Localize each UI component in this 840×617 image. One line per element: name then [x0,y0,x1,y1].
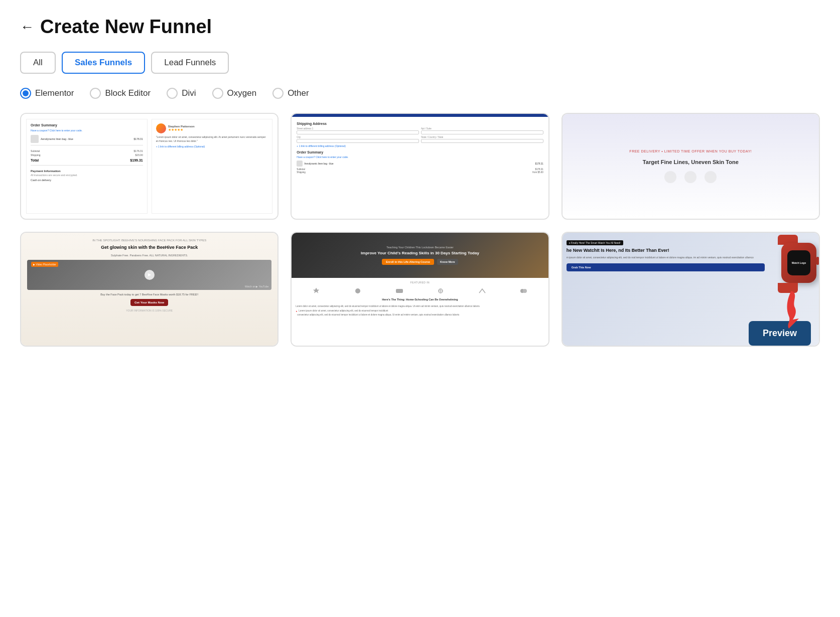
filter-tabs: All Sales Funnels Lead Funnels [20,52,820,74]
featured-icon-2 [353,287,363,295]
magnetic-list-item-1: ● Lorem ipsum dolor sit amet, consectetu… [292,309,548,313]
utopia-icon-1 [664,171,676,183]
funnel-card-livewire[interactable]: Shipping Address Street address 1 Apt / … [291,113,549,220]
card-footer-livewire: Livewire 3 steps [292,219,548,220]
card-preview-hific: Order Summary Have a coupon? Click here … [21,114,277,219]
funnel-card-magnetic[interactable]: Teaching Your Children This Lockdown Bec… [291,232,549,347]
persuader-secure-text: YOUR INFORMATION IS 100% SECURE [27,309,271,312]
radio-block-editor[interactable]: Block Editor [90,88,151,99]
radio-label-block-editor: Block Editor [105,88,151,98]
magnetic-enroll-button[interactable]: Enroll in this Life-Altering Course [382,259,434,265]
persuader-tag: IN THE SPOTLIGHT: BeeHive's Nourishing F… [27,239,271,242]
persuader-offer-text: Buy the Face Pack today to get 7 BeeHive… [27,293,271,296]
persuader-video-placeholder: ▶ Video Placeholder ▶ Watch on ▶ YouTube [27,260,271,290]
magnetic-list-item-2: consectetur adipiscing elit, sed do eius… [292,313,548,317]
sw-announcement-tag: s Finally Here! The Smart Watch You All … [567,240,623,245]
utopia-icons-row [664,171,717,183]
preview-arrow [774,288,809,336]
svg-rect-2 [396,289,403,293]
featured-icon-5 [477,287,487,295]
magnetic-featured-label: FEATURED IN [292,278,548,287]
magnetic-body-text: Lorem dolor sit amet, consectetur adipis… [292,304,548,309]
radio-circle-divi [167,88,178,99]
featured-icon-1 [312,287,322,295]
featured-icon-6 [518,287,528,295]
card-preview-livewire: Shipping Address Street address 1 Apt / … [292,114,548,219]
card-preview-persuader: IN THE SPOTLIGHT: BeeHive's Nourishing F… [21,233,277,346]
funnel-card-smartwatch[interactable]: s Finally Here! The Smart Watch You All … [562,232,820,347]
tab-all[interactable]: All [20,52,56,74]
persuader-cta-button[interactable]: Get Your Masks Now [130,299,168,306]
magnetic-hero: Teaching Your Children This Lockdown Bec… [292,233,548,278]
editor-type-radio-group: Elementor Block Editor Divi Oxygen Other [20,88,820,99]
hific-testimonial: Stephen Patterson ★★★★★ "Lorem ipsum dol… [152,119,273,214]
page-header: ← Create New Funnel [20,16,820,38]
back-button[interactable]: ← [20,19,34,35]
funnel-card-utopia[interactable]: FREE DELIVERY • LIMITED TIME OFFER WHEN … [562,113,820,220]
tab-sales-funnels[interactable]: Sales Funnels [62,52,145,74]
hific-order-summary: Order Summary Have a coupon? Click here … [26,119,148,214]
sw-grab-button[interactable]: Grab This Now [567,263,765,271]
radio-circle-block-editor [90,88,101,99]
svg-point-7 [523,289,527,293]
radio-circle-oxygen [212,88,223,99]
radio-label-divi: Divi [182,88,196,98]
play-icon[interactable]: ▶ [145,270,155,280]
radio-label-other: Other [288,88,309,98]
page-title: Create New Funnel [40,16,212,38]
radio-label-oxygen: Oxygen [227,88,257,98]
featured-icon-4 [436,287,446,295]
radio-elementor[interactable]: Elementor [20,88,74,99]
magnetic-hero-headline: Improve Your Child's Reading Skills in 3… [361,251,479,256]
card-footer-utopia: Utopia 4 steps [563,219,819,220]
smartwatch-content-left: s Finally Here! The Smart Watch You All … [563,233,769,346]
magnetic-know-more-button[interactable]: Know More [437,259,458,265]
card-footer-hific: Hific 2 steps [21,219,277,220]
persuader-subtext: Sulphate Free. Parabens Free. ALL NATURA… [27,254,271,257]
radio-other[interactable]: Other [272,88,309,99]
magnetic-featured-icons [292,287,548,295]
svg-marker-0 [313,287,319,293]
card-preview-utopia: FREE DELIVERY • LIMITED TIME OFFER WHEN … [563,114,819,219]
radio-circle-elementor [20,88,31,99]
card-footer-magnetic: Magnetic 4 steps [292,346,548,347]
utopia-headline: Target Fine Lines, Uneven Skin Tone [643,159,739,165]
radio-oxygen[interactable]: Oxygen [212,88,257,99]
svg-point-1 [355,288,360,293]
utopia-promo-text: FREE DELIVERY • LIMITED TIME OFFER WHEN … [629,149,752,153]
persuader-headline: Get glowing skin with the BeeHive Face P… [27,245,271,251]
sw-headline: he New WatchIt Is Here, nd Its Better Th… [567,248,765,254]
card-footer-persuader: Persuader 4 steps [21,346,277,347]
tab-lead-funnels[interactable]: Lead Funnels [151,52,229,74]
radio-divi[interactable]: Divi [167,88,196,99]
radio-label-elementor: Elementor [35,88,74,98]
magnetic-hero-tag: Teaching Your Children This Lockdown Bec… [386,246,454,249]
funnel-grid: Order Summary Have a coupon? Click here … [20,113,820,347]
utopia-icon-2 [684,171,696,183]
featured-icon-3 [394,287,404,295]
livewire-shipping: Shipping Address Street address 1 Apt / … [297,122,543,174]
funnel-card-hific[interactable]: Order Summary Have a coupon? Click here … [20,113,278,220]
utopia-icon-3 [705,171,717,183]
radio-circle-other [272,88,284,99]
sw-body-text: m ipsum dolor sit amet, consectetur adip… [567,256,765,260]
magnetic-body-headline: Here's The Thing: Home-Schooling Can Be … [292,295,548,304]
card-preview-magnetic: Teaching Your Children This Lockdown Bec… [292,233,548,346]
funnel-card-persuader[interactable]: IN THE SPOTLIGHT: BeeHive's Nourishing F… [20,232,278,347]
